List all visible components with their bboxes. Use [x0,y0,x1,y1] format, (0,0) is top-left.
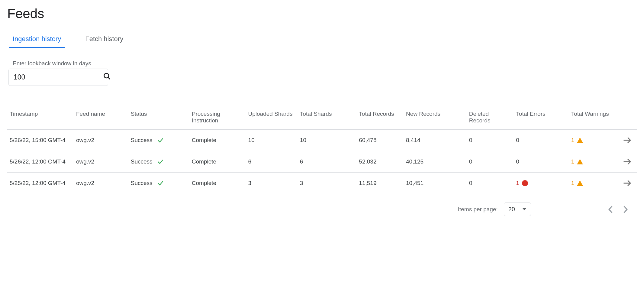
col-total-shards[interactable]: Total Shards [297,107,356,130]
warning-icon [577,137,583,143]
uploaded-shards-cell: 6 [245,151,297,173]
status-cell: Success [128,173,189,194]
total-warnings-value: 1 [571,180,575,186]
check-icon [157,180,164,187]
uploaded-shards-cell: 10 [245,130,297,151]
total-warnings-value: 1 [571,158,575,165]
status-cell: Success [128,151,189,173]
feed-name-cell: owg.v2 [73,130,128,151]
lookback-field[interactable] [8,69,108,86]
col-status[interactable]: Status [128,107,189,130]
processing-instruction-cell: Complete [189,151,245,173]
warning-icon [577,180,583,186]
timestamp-cell: 5/26/22, 15:00 GMT-4 [7,130,73,151]
total-errors-cell: 1 [513,173,568,194]
total-errors-value: 0 [516,158,519,165]
check-icon [157,137,164,144]
col-processing-instruction[interactable]: Processing Instruction [189,107,245,130]
table-row: 5/26/22, 12:00 GMT-4 owg.v2 Success Comp… [7,151,637,173]
prev-page-button[interactable] [607,204,615,215]
items-per-page-label: Items per page: [458,206,498,213]
col-timestamp[interactable]: Timestamp [7,107,73,130]
col-feed-name[interactable]: Feed name [73,107,128,130]
total-shards-cell: 10 [297,130,356,151]
col-deleted-records[interactable]: Deleted Records [466,107,513,130]
total-records-cell: 52,032 [356,151,403,173]
tab-ingestion-history[interactable]: Ingestion history [13,32,61,48]
svg-rect-10 [525,184,525,185]
total-warnings-cell: 1 [568,173,620,194]
row-details-button[interactable] [623,179,632,187]
new-records-cell: 10,451 [403,173,466,194]
status-text: Success [131,137,153,144]
status-text: Success [131,158,153,165]
pagination: Items per page: 20 [7,202,637,216]
total-records-cell: 60,478 [356,130,403,151]
feed-name-cell: owg.v2 [73,173,128,194]
lookback-label: Enter lookback window in days [13,60,637,67]
total-errors-cell: 0 [513,130,568,151]
total-errors-value: 1 [516,180,519,186]
total-errors-value: 0 [516,137,519,143]
lookback-input[interactable] [14,73,103,81]
col-uploaded-shards[interactable]: Uploaded Shards [245,107,297,130]
col-total-records[interactable]: Total Records [356,107,403,130]
col-total-errors[interactable]: Total Errors [513,107,568,130]
uploaded-shards-cell: 3 [245,173,297,194]
total-shards-cell: 6 [297,151,356,173]
total-shards-cell: 3 [297,173,356,194]
items-per-page-select[interactable]: 20 [504,202,531,216]
row-details-button[interactable] [623,158,632,166]
svg-point-0 [104,73,109,78]
new-records-cell: 40,125 [403,151,466,173]
row-details-button[interactable] [623,136,632,144]
total-warnings-value: 1 [571,137,575,144]
feed-name-cell: owg.v2 [73,151,128,173]
processing-instruction-cell: Complete [189,130,245,151]
table-row: 5/26/22, 15:00 GMT-4 owg.v2 Success Comp… [7,130,637,151]
tabs: Ingestion history Fetch history [7,32,637,48]
table-row: 5/25/22, 12:00 GMT-4 owg.v2 Success Comp… [7,173,637,194]
total-warnings-cell: 1 [568,151,620,173]
svg-rect-9 [525,182,525,184]
status-cell: Success [128,130,189,151]
deleted-records-cell: 0 [466,151,513,173]
svg-rect-11 [580,182,580,184]
svg-rect-6 [580,163,580,164]
processing-instruction-cell: Complete [189,173,245,194]
ingestion-table: Timestamp Feed name Status Processing In… [7,107,637,194]
total-warnings-cell: 1 [568,130,620,151]
next-page-button[interactable] [621,204,630,215]
svg-rect-2 [580,139,580,141]
new-records-cell: 8,414 [403,130,466,151]
page-title: Feeds [7,6,637,21]
items-per-page-value: 20 [508,206,515,213]
deleted-records-cell: 0 [466,130,513,151]
dropdown-icon [522,208,526,211]
svg-rect-12 [580,185,580,185]
timestamp-cell: 5/26/22, 12:00 GMT-4 [7,151,73,173]
search-icon[interactable] [103,72,111,83]
deleted-records-cell: 0 [466,173,513,194]
svg-line-1 [108,77,110,79]
timestamp-cell: 5/25/22, 12:00 GMT-4 [7,173,73,194]
warning-icon [577,159,583,165]
svg-rect-5 [580,161,580,162]
error-icon [522,180,528,186]
check-icon [157,158,164,165]
col-total-warnings[interactable]: Total Warnings [568,107,620,130]
status-text: Success [131,180,153,186]
col-new-records[interactable]: New Records [403,107,466,130]
total-records-cell: 11,519 [356,173,403,194]
tab-fetch-history[interactable]: Fetch history [85,32,123,48]
svg-rect-3 [580,142,580,142]
total-errors-cell: 0 [513,151,568,173]
